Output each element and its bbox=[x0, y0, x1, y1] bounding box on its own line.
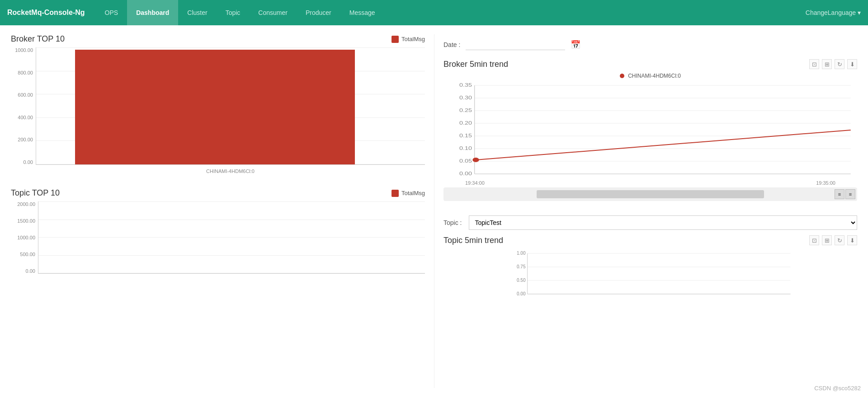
gridline bbox=[38, 201, 425, 202]
calendar-icon[interactable]: 📅 bbox=[571, 40, 580, 50]
topic-top10-header: Topic TOP 10 TotalMsg bbox=[11, 188, 425, 198]
nav-consumer[interactable]: Consumer bbox=[249, 0, 297, 25]
y-label-1000: 1000.00 bbox=[15, 47, 33, 53]
topic-top10-chart: 0.00 500.00 1000.00 1500.00 2000.00 bbox=[11, 201, 425, 283]
y-label-600: 600.00 bbox=[18, 92, 33, 98]
nav-items: OPS Dashboard Cluster Topic Consumer Pro… bbox=[96, 0, 806, 25]
broker-top10-legend-label: TotalMsg bbox=[401, 36, 425, 42]
broker-top10-section: Broker TOP 10 TotalMsg 0.00 200.00 400.0… bbox=[11, 34, 425, 174]
topic-action-download[interactable]: ⬇ bbox=[847, 235, 857, 245]
broker-trend-legend: CHINAMI-4HDM6Cl:0 bbox=[443, 73, 857, 79]
x-start-label: 19:34:00 bbox=[465, 180, 485, 186]
y-label-t500: 500.00 bbox=[20, 252, 35, 257]
svg-text:0.20: 0.20 bbox=[459, 121, 472, 126]
svg-text:0.35: 0.35 bbox=[459, 83, 472, 88]
svg-text:1.00: 1.00 bbox=[517, 251, 526, 256]
nav-message[interactable]: Message bbox=[340, 0, 384, 25]
topic-selector-row: Topic : TopicTest bbox=[443, 215, 857, 230]
gridline bbox=[38, 220, 425, 220]
svg-text:0.00: 0.00 bbox=[517, 291, 526, 296]
date-input[interactable] bbox=[466, 39, 565, 50]
y-label-0: 0.00 bbox=[24, 159, 33, 165]
gridline bbox=[38, 273, 425, 273]
broker-top10-legend: TotalMsg bbox=[392, 36, 425, 43]
topic-label: Topic : bbox=[443, 219, 462, 226]
gridline bbox=[38, 255, 425, 256]
y-label-t1500: 1500.00 bbox=[17, 218, 35, 224]
left-column: Broker TOP 10 TotalMsg 0.00 200.00 400.0… bbox=[11, 34, 434, 388]
svg-text:0.25: 0.25 bbox=[459, 108, 472, 113]
broker-trend-chart: 0.35 0.30 0.25 0.20 0.15 0.10 0.05 0.00 bbox=[443, 81, 857, 180]
change-language[interactable]: ChangeLanguage ▾ bbox=[806, 9, 861, 16]
scroll-buttons: ≡ ≡ bbox=[835, 189, 855, 199]
topic-action-fullscreen[interactable]: ⊞ bbox=[822, 235, 832, 245]
svg-text:0.05: 0.05 bbox=[459, 159, 472, 163]
brand-logo: RocketMq-Console-Ng bbox=[7, 9, 85, 17]
svg-text:0.15: 0.15 bbox=[459, 133, 472, 138]
topic-top10-legend: TotalMsg bbox=[392, 190, 425, 197]
svg-text:0.30: 0.30 bbox=[459, 95, 472, 100]
y-label-400: 400.00 bbox=[18, 115, 33, 120]
topic-gridlines bbox=[38, 201, 425, 273]
bar-chinami bbox=[75, 50, 355, 164]
action-expand[interactable]: ⊡ bbox=[809, 59, 819, 69]
y-label-t1000: 1000.00 bbox=[17, 235, 35, 240]
broker-trend-legend-label: CHINAMI-4HDM6Cl:0 bbox=[628, 73, 681, 79]
svg-text:0.00: 0.00 bbox=[459, 171, 472, 176]
broker-trend-header: Broker 5min trend ⊡ ⊞ ↻ ⬇ bbox=[443, 59, 857, 69]
nav-dashboard[interactable]: Dashboard bbox=[127, 0, 178, 25]
scroll-track bbox=[537, 190, 764, 198]
x-axis-labels: 19:34:00 19:35:00 bbox=[443, 180, 857, 186]
gridline bbox=[38, 237, 425, 238]
svg-text:0.75: 0.75 bbox=[517, 264, 526, 269]
y-label-t0: 0.00 bbox=[26, 268, 35, 274]
topic-top10-legend-label: TotalMsg bbox=[401, 190, 425, 196]
topic-select[interactable]: TopicTest bbox=[469, 215, 857, 230]
y-axis: 0.00 200.00 400.00 600.00 800.00 1000.00 bbox=[11, 47, 36, 165]
topic-chart-area bbox=[38, 201, 425, 274]
action-fullscreen[interactable]: ⊞ bbox=[822, 59, 832, 69]
broker-top10-chart: 0.00 200.00 400.00 600.00 800.00 1000.00 bbox=[11, 47, 425, 174]
topic-top10-legend-dot bbox=[392, 190, 399, 197]
x-label: CHINAMI-4HDM6Cl:0 bbox=[36, 168, 425, 174]
right-column: Date : 📅 Broker 5min trend ⊡ ⊞ ↻ ⬇ CHINA… bbox=[434, 34, 857, 388]
topic-y-axis: 0.00 500.00 1000.00 1500.00 2000.00 bbox=[11, 201, 38, 274]
broker-scroll-area[interactable]: ≡ ≡ bbox=[443, 187, 857, 201]
topic-trend-title: Topic 5min trend bbox=[443, 236, 503, 245]
broker-trend-legend-dot bbox=[620, 74, 624, 78]
broker-top10-title: Broker TOP 10 bbox=[11, 34, 65, 44]
broker-trend-actions: ⊡ ⊞ ↻ ⬇ bbox=[809, 59, 857, 69]
y-label-800: 800.00 bbox=[18, 70, 33, 75]
topic-action-refresh[interactable]: ↻ bbox=[835, 235, 844, 245]
navbar: RocketMq-Console-Ng OPS Dashboard Cluste… bbox=[0, 0, 868, 25]
topic-trend-actions: ⊡ ⊞ ↻ ⬇ bbox=[809, 235, 857, 245]
x-end-label: 19:35:00 bbox=[816, 180, 835, 186]
broker-trend-section: Broker 5min trend ⊡ ⊞ ↻ ⬇ CHINAMI-4HDM6C… bbox=[443, 59, 857, 201]
x-label-text: CHINAMI-4HDM6Cl:0 bbox=[206, 168, 255, 174]
scroll-left-btn[interactable]: ≡ bbox=[835, 189, 844, 199]
svg-text:0.10: 0.10 bbox=[459, 146, 472, 151]
main-content: Broker TOP 10 TotalMsg 0.00 200.00 400.0… bbox=[0, 25, 868, 397]
svg-point-18 bbox=[472, 158, 479, 162]
y-label-200: 200.00 bbox=[18, 137, 33, 142]
nav-producer[interactable]: Producer bbox=[297, 0, 340, 25]
topic-action-expand[interactable]: ⊡ bbox=[809, 235, 819, 245]
date-label: Date : bbox=[443, 41, 460, 48]
chart-area bbox=[36, 47, 425, 165]
date-row: Date : 📅 bbox=[443, 34, 857, 50]
nav-ops[interactable]: OPS bbox=[96, 0, 127, 25]
topic-top10-section: Topic TOP 10 TotalMsg 0.00 500.00 1000.0… bbox=[11, 188, 425, 283]
action-refresh[interactable]: ↻ bbox=[835, 59, 844, 69]
action-download[interactable]: ⬇ bbox=[847, 59, 857, 69]
nav-cluster[interactable]: Cluster bbox=[178, 0, 216, 25]
scroll-right-btn[interactable]: ≡ bbox=[845, 189, 855, 199]
topic-trend-header: Topic 5min trend ⊡ ⊞ ↻ ⬇ bbox=[443, 235, 857, 245]
topic-top10-title: Topic TOP 10 bbox=[11, 188, 60, 198]
broker-trend-title: Broker 5min trend bbox=[443, 60, 508, 69]
broker-top10-legend-dot bbox=[392, 36, 399, 43]
gridline bbox=[36, 47, 425, 48]
scroll-thumb[interactable] bbox=[537, 190, 764, 198]
nav-topic[interactable]: Topic bbox=[217, 0, 250, 25]
y-label-t2000: 2000.00 bbox=[17, 201, 35, 207]
broker-top10-header: Broker TOP 10 TotalMsg bbox=[11, 34, 425, 44]
